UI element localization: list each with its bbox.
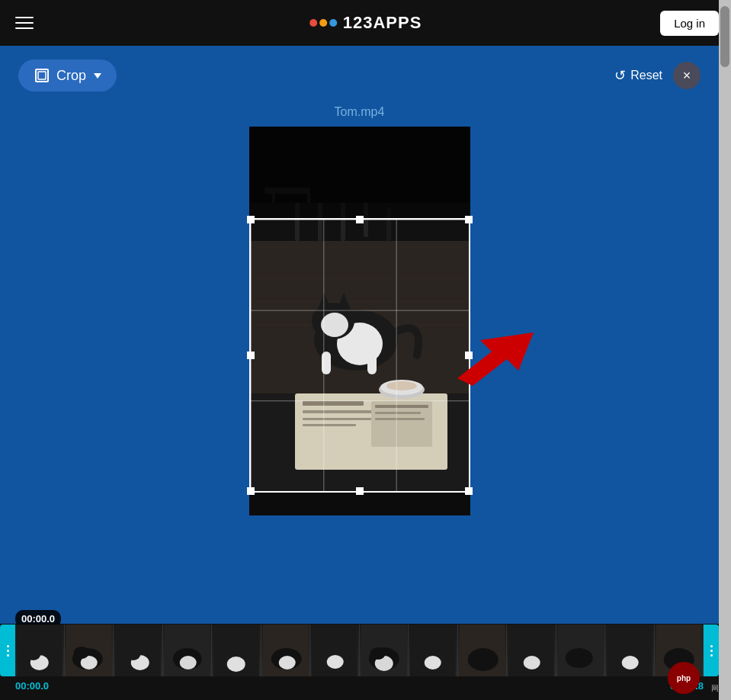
dot-red xyxy=(309,19,317,27)
thumbnail-12 xyxy=(556,625,606,676)
toolbar: Crop ↺ Reset × xyxy=(0,46,719,105)
timeline-track[interactable] xyxy=(0,624,719,677)
close-button[interactable]: × xyxy=(673,62,701,89)
svg-point-53 xyxy=(179,656,196,669)
svg-point-56 xyxy=(227,657,245,672)
svg-point-42 xyxy=(26,647,41,660)
svg-rect-31 xyxy=(375,405,428,408)
handle-dots-left xyxy=(7,645,9,657)
svg-point-59 xyxy=(278,656,295,669)
login-button[interactable]: Log in xyxy=(660,11,719,36)
svg-point-20 xyxy=(321,313,348,337)
svg-rect-24 xyxy=(367,352,377,374)
svg-point-62 xyxy=(327,655,344,669)
main-area: Crop ↺ Reset × Tom.mp4 xyxy=(0,46,719,700)
svg-rect-1 xyxy=(38,72,46,79)
menu-button[interactable] xyxy=(12,14,37,32)
svg-point-79 xyxy=(622,656,639,669)
svg-rect-27 xyxy=(303,410,379,413)
svg-rect-29 xyxy=(303,424,356,426)
red-arrow xyxy=(450,325,541,397)
crop-icon xyxy=(34,67,50,84)
thumbnail-6 xyxy=(261,625,311,676)
handle-dots-right xyxy=(710,645,713,657)
reset-icon: ↺ xyxy=(614,67,626,84)
logo-text: 123APPS xyxy=(343,13,422,33)
svg-point-46 xyxy=(73,647,88,659)
reset-label: Reset xyxy=(630,69,662,82)
svg-marker-38 xyxy=(457,332,534,386)
overlay-bottom xyxy=(249,493,470,515)
svg-point-50 xyxy=(126,647,141,660)
svg-point-66 xyxy=(370,647,385,660)
svg-rect-33 xyxy=(375,418,425,420)
thumbnail-1 xyxy=(15,625,65,676)
svg-point-69 xyxy=(425,656,441,669)
timeline-times: 00:00.0 00:52.8 xyxy=(0,677,719,695)
logo-dots xyxy=(309,19,337,27)
thumbnail-11 xyxy=(507,625,556,676)
thumbnail-3 xyxy=(114,625,163,676)
thumbnail-9 xyxy=(409,625,458,676)
scrollbar[interactable] xyxy=(719,0,731,700)
scrollbar-thumb[interactable] xyxy=(720,6,729,67)
svg-point-36 xyxy=(386,381,417,390)
crop-button[interactable]: Crop xyxy=(18,59,117,92)
timeline-handle-left[interactable] xyxy=(0,625,15,676)
svg-point-71 xyxy=(467,648,498,671)
php-badge: php xyxy=(668,662,700,694)
net-badge: 网 xyxy=(711,683,719,694)
thumbnail-13 xyxy=(605,625,655,676)
thumbnail-8 xyxy=(360,625,409,676)
thumbnail-5 xyxy=(212,625,261,676)
thumbnail-2 xyxy=(65,625,114,676)
thumbnails xyxy=(15,625,704,676)
svg-point-74 xyxy=(524,656,540,669)
chevron-down-icon xyxy=(94,73,101,79)
crop-label: Crop xyxy=(56,68,86,84)
svg-rect-26 xyxy=(303,401,364,406)
logo: 123APPS xyxy=(309,13,422,33)
svg-rect-32 xyxy=(375,412,421,414)
thumbnail-10 xyxy=(458,625,508,676)
filename: Tom.mp4 xyxy=(335,105,385,119)
thumbnail-4 xyxy=(163,625,213,676)
header: 123APPS Log in xyxy=(0,0,731,46)
svg-rect-28 xyxy=(303,418,371,420)
overlay-top xyxy=(249,127,470,218)
reset-button[interactable]: ↺ Reset xyxy=(614,67,662,84)
svg-point-76 xyxy=(565,648,592,668)
toolbar-right: ↺ Reset × xyxy=(614,62,701,89)
video-area xyxy=(0,127,719,523)
thumbnail-7 xyxy=(310,625,360,676)
dot-yellow xyxy=(319,19,327,27)
dot-blue xyxy=(329,19,337,27)
timeline: 00:00.0 xyxy=(0,624,719,700)
time-start: 00:00.0 xyxy=(15,680,49,692)
svg-rect-23 xyxy=(322,352,331,374)
timeline-handle-right[interactable] xyxy=(704,625,719,676)
